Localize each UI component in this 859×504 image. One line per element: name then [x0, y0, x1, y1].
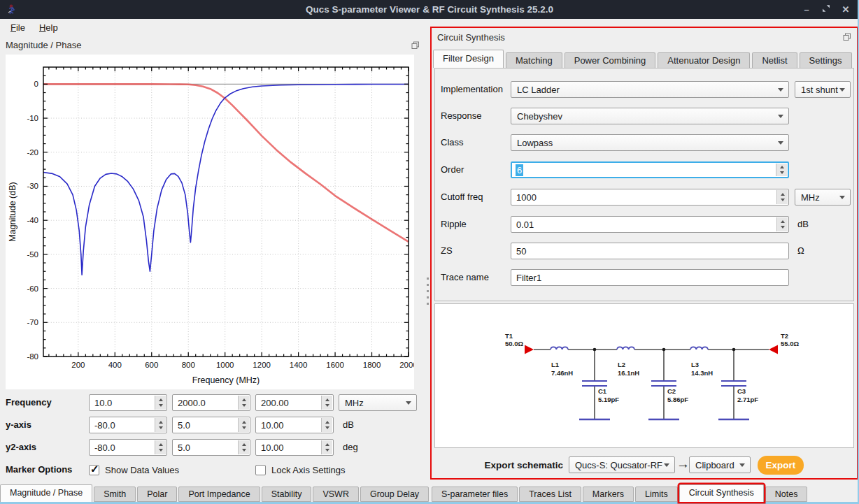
app-icon — [6, 3, 18, 16]
inductor-l1-name: L1 — [551, 361, 560, 368]
circuit-synthesis-dock: Circuit Synthesis Filter Design Matching… — [430, 27, 858, 480]
float-dock-icon[interactable] — [411, 41, 420, 50]
export-row: Export schematic Qucs-S: Qucsator-RF → C… — [432, 456, 857, 475]
svg-text:1000: 1000 — [216, 361, 234, 369]
spin-arrows-icon[interactable] — [321, 440, 332, 454]
tab-vswr[interactable]: VSWR — [313, 487, 359, 502]
trace-name-label: Trace name — [441, 268, 489, 287]
export-format-combo[interactable]: Qucs-S: Qucsator-RF — [569, 456, 675, 473]
freq-start-spinbox[interactable]: 10.0 — [89, 394, 167, 411]
freq-unit-combo[interactable]: MHz — [339, 394, 417, 411]
dock-splitter[interactable] — [425, 36, 430, 484]
cutoff-unit-combo[interactable]: MHz — [795, 189, 851, 206]
zs-unit-label: Ω — [797, 242, 804, 260]
tab-markers[interactable]: Markers — [583, 487, 634, 502]
svg-text:-10: -10 — [27, 114, 38, 122]
menu-file[interactable]: File — [4, 21, 31, 34]
svg-text:-50: -50 — [27, 250, 38, 259]
chevron-down-icon — [778, 88, 783, 92]
spin-arrows-icon[interactable] — [238, 396, 249, 410]
show-data-values-checkbox[interactable]: Show Data Values — [89, 461, 179, 479]
tab-magnitude-phase[interactable]: Magnitude / Phase — [0, 484, 92, 502]
capacitor-c3-name: C3 — [737, 387, 746, 395]
freq-stop-spinbox[interactable]: 2000.0 — [172, 394, 250, 411]
y2-min-spinbox[interactable]: -80.0 — [89, 439, 167, 456]
class-combo[interactable]: Lowpass — [511, 134, 789, 151]
spin-arrows-icon[interactable] — [321, 396, 332, 410]
splitter-handle-icon — [427, 278, 429, 307]
svg-text:400: 400 — [108, 361, 122, 369]
spin-arrows-icon[interactable] — [776, 190, 788, 204]
ripple-spinbox[interactable]: 0.01 — [511, 216, 789, 233]
svg-text:1600: 1600 — [326, 361, 344, 369]
order-row: Order 6 — [435, 161, 853, 179]
spin-arrows-icon[interactable] — [776, 217, 788, 231]
window-controls: – ✕ — [802, 4, 859, 15]
capacitor-c2-icon — [648, 350, 679, 419]
plot-tabs: Magnitude / Phase Smith Polar Port Imped… — [0, 484, 430, 502]
chevron-down-icon — [778, 141, 783, 145]
spin-arrows-icon[interactable] — [155, 418, 166, 432]
tab-power-combining[interactable]: Power Combining — [565, 52, 656, 68]
schematic-preview: T1 50.0Ω T2 55.0Ω L1 7.46nH L2 16.1nH L3… — [434, 303, 854, 448]
spin-arrows-icon[interactable] — [321, 418, 332, 432]
y2-step-spinbox[interactable]: 10.00 — [255, 439, 334, 456]
capacitor-c1-icon — [579, 350, 610, 419]
freq-step-spinbox[interactable]: 200.00 — [255, 394, 334, 411]
svg-text:-70: -70 — [27, 318, 38, 326]
tab-traces-list[interactable]: Traces List — [519, 487, 581, 502]
menu-help[interactable]: Help — [33, 21, 64, 34]
y-axis-row: y-axis -80.0 5.0 10.00 dB — [0, 416, 425, 434]
tab-matching[interactable]: Matching — [506, 52, 562, 68]
y-max-spinbox[interactable]: 5.0 — [172, 417, 250, 433]
tab-group-delay[interactable]: Group Delay — [360, 487, 429, 502]
spin-arrows-icon[interactable] — [776, 164, 787, 176]
port-t2-icon — [769, 345, 778, 354]
magnitude-phase-chart[interactable]: 2004006008001000120014001600180020000-10… — [6, 55, 414, 389]
implementation-combo[interactable]: LC Ladder — [511, 81, 789, 98]
svg-text:-80: -80 — [27, 352, 38, 361]
export-button[interactable]: Export — [758, 456, 804, 475]
export-target-combo[interactable]: Clipboard — [689, 456, 751, 473]
inductor-l1-value: 7.46nH — [551, 369, 573, 377]
svg-text:0: 0 — [34, 80, 38, 88]
close-icon[interactable]: ✕ — [841, 4, 851, 15]
zs-input[interactable]: 50 — [511, 243, 789, 259]
lock-axis-settings-checkbox[interactable]: Lock Axis Settings — [255, 461, 346, 479]
restore-icon[interactable] — [821, 4, 831, 15]
trace-name-input[interactable]: Filter1 — [511, 269, 789, 286]
tab-smith[interactable]: Smith — [94, 487, 136, 502]
tab-polar[interactable]: Polar — [137, 487, 177, 502]
tab-netlist[interactable]: Netlist — [752, 52, 797, 68]
spin-arrows-icon[interactable] — [238, 440, 249, 454]
tab-port-impedance[interactable]: Port Impedance — [178, 487, 260, 502]
spin-arrows-icon[interactable] — [155, 396, 166, 410]
svg-text:600: 600 — [145, 361, 158, 369]
svg-text:-40: -40 — [27, 216, 38, 224]
y-step-spinbox[interactable]: 10.00 — [255, 417, 334, 433]
tab-limits[interactable]: Limits — [635, 487, 678, 502]
tab-notes[interactable]: Notes — [765, 487, 808, 502]
cutoff-spinbox[interactable]: 1000 — [511, 189, 789, 206]
tab-s-parameter-files[interactable]: S-parameter files — [432, 487, 518, 502]
y-min-spinbox[interactable]: -80.0 — [89, 417, 167, 433]
y2-max-spinbox[interactable]: 5.0 — [172, 439, 250, 456]
svg-text:Magnitude (dB): Magnitude (dB) — [8, 182, 17, 241]
tab-attenuator-design[interactable]: Attenuator Design — [658, 52, 750, 68]
tab-stability[interactable]: Stability — [262, 487, 312, 502]
response-combo[interactable]: Chebyshev — [511, 108, 789, 124]
spin-arrows-icon[interactable] — [155, 440, 166, 454]
order-spinbox[interactable]: 6 — [511, 161, 789, 178]
tab-circuit-synthesis[interactable]: Circuit Synthesis — [679, 484, 764, 502]
first-element-combo[interactable]: 1st shunt — [795, 81, 851, 98]
tab-settings[interactable]: Settings — [800, 52, 852, 68]
minimize-icon[interactable]: – — [802, 4, 811, 15]
inductor-l2-name: L2 — [618, 361, 625, 368]
y2-unit-label: deg — [343, 438, 358, 456]
node-dot — [593, 348, 597, 352]
float-dock-icon[interactable] — [843, 33, 851, 41]
response-label: Response — [441, 107, 482, 125]
spin-arrows-icon[interactable] — [238, 418, 249, 432]
tab-filter-design[interactable]: Filter Design — [433, 50, 504, 68]
app-window: Qucs S-parameter Viewer & RF Circuit Syn… — [0, 0, 859, 504]
